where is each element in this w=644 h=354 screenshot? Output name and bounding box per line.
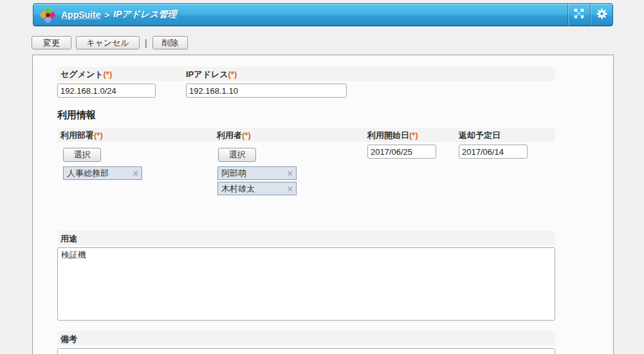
start-date-label: 利用開始日(*) (367, 130, 418, 141)
purpose-label: 用途 (60, 233, 77, 245)
delete-button[interactable]: 削除 (152, 36, 188, 49)
label-band-purpose (57, 231, 555, 245)
user-tag: 木村雄太 × (217, 182, 297, 195)
form-panel: セグメント(*) IPアドレス(*) 利用情報 利用部署(*) 利用者(*) 利… (32, 55, 614, 354)
department-tag: 人事総務部 × (63, 166, 142, 180)
change-button[interactable]: 変更 (32, 36, 71, 49)
ip-address-input[interactable] (186, 84, 347, 98)
breadcrumb-separator: > (104, 10, 109, 20)
fullscreen-button[interactable] (567, 4, 590, 26)
page: AppSuite > IPアドレス管理 (0, 0, 644, 354)
user-label-text: 利用者 (217, 130, 242, 140)
header-button-group (567, 4, 612, 26)
breadcrumb-page-title: IPアドレス管理 (113, 9, 177, 21)
user-tag-label: 木村雄太 (221, 183, 288, 195)
remove-tag-icon[interactable]: × (133, 169, 138, 178)
required-marker: (*) (242, 130, 251, 140)
ip-address-label-text: IPアドレス (186, 69, 228, 79)
label-band-remarks (57, 331, 555, 346)
user-select-button[interactable]: 選択 (218, 148, 256, 162)
usage-info-section-title: 利用情報 (57, 109, 96, 121)
appsuite-logo-icon (39, 6, 57, 24)
remarks-label: 備考 (60, 333, 77, 345)
ip-address-label: IPアドレス(*) (186, 69, 237, 80)
return-date-input[interactable] (459, 145, 528, 159)
required-marker: (*) (94, 130, 103, 140)
label-band-row1 (57, 67, 555, 81)
toolbar-separator: | (145, 38, 147, 48)
department-select-button[interactable]: 選択 (63, 148, 101, 162)
required-marker: (*) (409, 130, 418, 140)
purpose-textarea[interactable]: 検証機 (57, 247, 555, 321)
segment-label-text: セグメント (60, 69, 104, 79)
appsuite-home-link[interactable]: AppSuite (61, 10, 100, 20)
action-toolbar: 変更 キャンセル | 削除 (32, 36, 192, 49)
department-label: 利用部署(*) (60, 130, 103, 141)
settings-button[interactable] (590, 4, 612, 26)
start-date-input[interactable] (367, 145, 436, 159)
purpose-label-text: 用途 (60, 234, 77, 243)
required-marker: (*) (228, 69, 237, 79)
required-marker: (*) (104, 69, 113, 79)
app-header: AppSuite > IPアドレス管理 (33, 3, 613, 26)
return-date-label: 返却予定日 (459, 130, 501, 141)
user-tag: 阿部萌 × (217, 166, 297, 180)
gear-icon (596, 8, 608, 22)
expand-icon (573, 8, 585, 22)
department-tag-label: 人事総務部 (67, 168, 133, 179)
remarks-textarea[interactable] (57, 348, 555, 354)
user-tag-label: 阿部萌 (221, 168, 288, 179)
user-label: 利用者(*) (217, 130, 251, 141)
return-date-label-text: 返却予定日 (459, 130, 501, 140)
department-label-text: 利用部署 (60, 130, 94, 140)
remove-tag-icon[interactable]: × (288, 184, 293, 193)
segment-label: セグメント(*) (60, 69, 112, 80)
remarks-label-text: 備考 (60, 334, 77, 344)
remove-tag-icon[interactable]: × (288, 169, 293, 178)
cancel-button[interactable]: キャンセル (76, 36, 140, 49)
start-date-label-text: 利用開始日 (367, 130, 409, 140)
segment-input[interactable] (57, 84, 156, 98)
